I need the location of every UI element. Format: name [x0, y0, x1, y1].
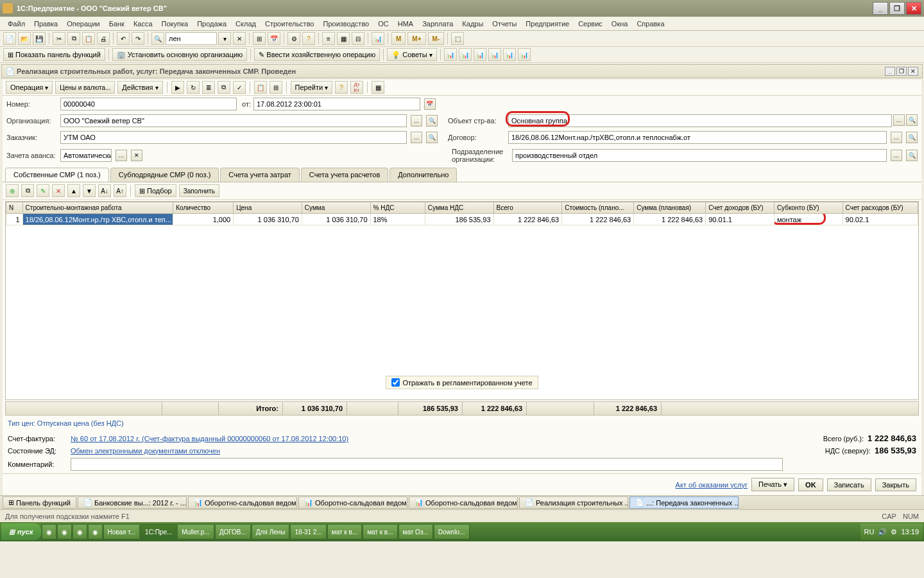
cell-sumplan[interactable]: 1 222 846,63: [634, 214, 706, 225]
menu-stock[interactable]: Склад: [232, 19, 260, 29]
wintab-doc1[interactable]: 📄Реализация строительных ...: [519, 496, 628, 509]
taskbar-item[interactable]: ◉: [73, 524, 87, 539]
doc-minimize-button[interactable]: _: [885, 67, 895, 76]
new-icon[interactable]: 📄: [3, 32, 16, 45]
tab-own-smr[interactable]: Собственные СМР (1 поз.): [5, 168, 109, 182]
col-vat[interactable]: % НДС: [370, 202, 425, 214]
taskbar-item[interactable]: ◉: [42, 524, 56, 539]
calendar-icon[interactable]: 📅: [268, 32, 280, 45]
cust-field[interactable]: УТМ ОАО: [60, 131, 407, 144]
print-button[interactable]: Печать ▾: [751, 478, 794, 491]
table-row[interactable]: 1 18/26,08.06.12Монт.нр./тр ХВС,отопл.и …: [6, 214, 918, 225]
calendar-picker-icon[interactable]: 📅: [424, 98, 436, 110]
tool-icon[interactable]: ⚙: [287, 32, 300, 45]
rep2-icon[interactable]: 📊: [459, 48, 472, 61]
start-button[interactable]: ⊞пуск: [1, 523, 41, 540]
edit-row-icon[interactable]: ✎: [37, 184, 49, 197]
m-minus-button[interactable]: M-: [428, 32, 445, 45]
menu-ops[interactable]: Операции: [63, 19, 103, 29]
search-icon[interactable]: 🔍: [151, 32, 164, 45]
sort-asc-icon[interactable]: A↓: [98, 184, 111, 197]
rep3-icon[interactable]: 📊: [474, 48, 486, 61]
taskbar-item[interactable]: ДОГОВ...: [215, 524, 251, 539]
taskbar-item[interactable]: 18-31 2...: [290, 524, 326, 539]
cell-accexpense[interactable]: 90.02.1: [843, 214, 918, 225]
advance-select-icon[interactable]: …: [116, 150, 127, 161]
doc-maximize-button[interactable]: ❐: [896, 67, 907, 76]
save-button[interactable]: Записать: [827, 478, 871, 491]
taskbar-item[interactable]: мат Оз...: [398, 524, 433, 539]
menu-help[interactable]: Справка: [633, 19, 668, 29]
select-button[interactable]: ⊞Подбор: [135, 184, 176, 197]
list2-icon[interactable]: ≣: [202, 81, 215, 94]
doc-close-button[interactable]: ✕: [908, 67, 918, 76]
reflect-checkbox[interactable]: Отражать в регламентированном учете: [386, 376, 538, 389]
taskbar-item[interactable]: Новая т...: [103, 524, 141, 539]
menu-nma[interactable]: НМА: [394, 19, 417, 29]
advance-clear-icon[interactable]: ✕: [131, 150, 142, 161]
tab-cost-accounts[interactable]: Счета учета затрат: [220, 168, 299, 182]
menu-sell[interactable]: Продажа: [193, 19, 230, 29]
tab-additional[interactable]: Дополнительно: [389, 168, 457, 182]
lang-indicator[interactable]: RU: [864, 528, 875, 536]
menu-buy[interactable]: Покупка: [158, 19, 193, 29]
cell-total[interactable]: 1 222 846,63: [493, 214, 562, 225]
menu-prod[interactable]: Производство: [320, 19, 373, 29]
menu-os[interactable]: ОС: [374, 19, 393, 29]
obj-select-icon[interactable]: …: [893, 114, 905, 126]
ed-link[interactable]: Обмен электронными документами отключен: [71, 447, 783, 455]
taskbar-item-active[interactable]: 1С:Пре...: [141, 524, 176, 539]
cell-vatsum[interactable]: 186 535,93: [425, 214, 493, 225]
contract-field[interactable]: 18/26,08.06.12Монт.нар./трХВС,отопл.и те…: [508, 131, 887, 144]
clock[interactable]: 13:19: [901, 528, 919, 536]
contract-open-icon[interactable]: 🔍: [906, 132, 918, 143]
help-icon[interactable]: ?: [302, 32, 315, 45]
search-input[interactable]: [166, 32, 217, 45]
clear-icon[interactable]: ✕: [233, 32, 246, 45]
wintab-panel[interactable]: ⊞Панель функций: [3, 496, 76, 509]
obj-open-icon[interactable]: 🔍: [906, 114, 918, 126]
taskbar-item[interactable]: Для Лены: [252, 524, 290, 539]
col-price[interactable]: Цена: [234, 202, 302, 214]
rep6-icon[interactable]: 📊: [518, 48, 531, 61]
cell-qty[interactable]: 1,000: [173, 214, 234, 225]
cell-sum[interactable]: 1 036 310,70: [302, 214, 370, 225]
tab-settlement-accounts[interactable]: Счета учета расчетов: [301, 168, 388, 182]
save-icon[interactable]: 💾: [33, 32, 46, 45]
undo-icon[interactable]: ↶: [117, 32, 130, 45]
ok-button[interactable]: OK: [798, 478, 823, 491]
calc-icon[interactable]: ⊞: [253, 32, 266, 45]
misc2-icon[interactable]: ▦: [372, 81, 384, 94]
menu-company[interactable]: Предприятие: [522, 19, 573, 29]
wintab-doc2[interactable]: 📄...: Передача законченных ...: [629, 496, 739, 509]
post2-icon[interactable]: ✓: [233, 81, 246, 94]
reflect-checkbox-input[interactable]: [391, 378, 400, 387]
cut-icon[interactable]: ✂: [53, 32, 65, 45]
cell-accincome[interactable]: 90.01.1: [706, 214, 774, 225]
tray-icon[interactable]: 🔊: [878, 528, 887, 536]
taskbar-item[interactable]: ◉: [88, 524, 103, 539]
set-org-button[interactable]: 🏢Установить основную организацию: [112, 48, 248, 61]
dept-select-icon[interactable]: …: [891, 150, 902, 161]
col-accincome[interactable]: Счет доходов (БУ): [706, 202, 774, 214]
wintab-rep3[interactable]: 📊Оборотно-сальдовая ведом...: [409, 496, 518, 509]
taskbar-item[interactable]: мат к в...: [327, 524, 362, 539]
menu-file[interactable]: Файл: [4, 19, 29, 29]
tree-icon[interactable]: ⊟: [352, 32, 364, 45]
redo-icon[interactable]: ↷: [132, 32, 144, 45]
col-n[interactable]: N: [6, 202, 23, 214]
close-button[interactable]: ✕: [906, 2, 921, 15]
post-icon[interactable]: ▶: [171, 81, 184, 94]
col-accexpense[interactable]: Счет расходов (БУ): [843, 202, 918, 214]
menu-salary[interactable]: Зарплата: [418, 19, 457, 29]
advance-field[interactable]: Автоматически: [60, 149, 112, 162]
col-sum[interactable]: Сумма: [302, 202, 370, 214]
org-field[interactable]: ООО "Свежий ветер СВ": [60, 114, 407, 127]
org-select-icon[interactable]: …: [411, 115, 422, 127]
dt-kt-icon[interactable]: ДтКт: [350, 81, 363, 94]
help2-icon[interactable]: ?: [335, 81, 348, 94]
cell-costplan[interactable]: 1 222 846,63: [562, 214, 634, 225]
contract-select-icon[interactable]: …: [891, 132, 902, 143]
tips-button[interactable]: 💡Советы ▾: [387, 48, 436, 61]
org-open-icon[interactable]: 🔍: [426, 115, 438, 127]
